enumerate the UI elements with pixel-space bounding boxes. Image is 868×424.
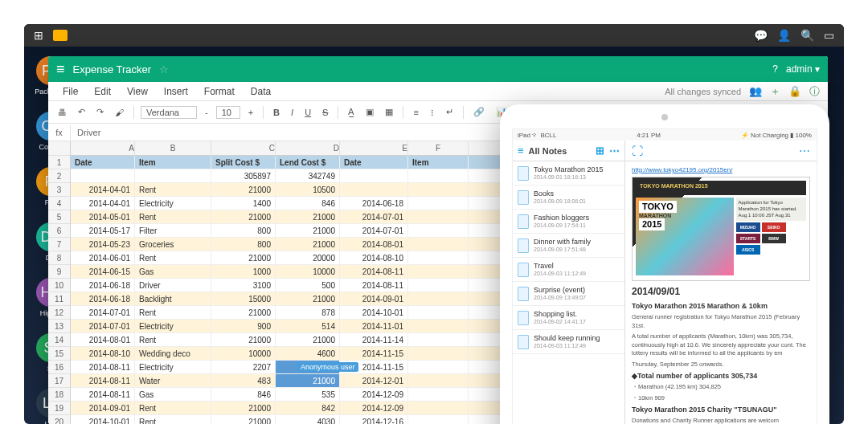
undo-icon[interactable]: ↶ (75, 105, 88, 119)
window-title: Expense Tracker (73, 63, 152, 75)
col-header[interactable]: C (211, 141, 276, 155)
tablet-statusbar: iPad ᯤ BCLL 4:21 PM ⚡ Not Charging ▮ 100… (513, 129, 817, 141)
note-item[interactable]: Tokyo Marathon 20152014-09-01 18:16:13 (513, 161, 624, 186)
tablet-mockup: iPad ᯤ BCLL 4:21 PM ⚡ Not Charging ▮ 100… (500, 104, 829, 424)
note-item[interactable]: Should keep running2014-09-03 11:12:49 (513, 330, 624, 354)
share-icon[interactable]: 👥 (749, 85, 762, 97)
note-item[interactable]: Travel2014-09-03 11:12:49 (513, 258, 624, 282)
note-doc-icon (518, 287, 529, 301)
menu-file[interactable]: File (56, 84, 84, 99)
note-item[interactable]: Books2014-09-09 18:06:01 (513, 186, 624, 210)
desktop-scene: ⊞ 💬 👤 🔍 ▭ PaPackagesCoControlFiFileDSDSH… (24, 24, 844, 424)
note-doc-icon (518, 214, 529, 229)
col-header[interactable]: F (408, 141, 469, 155)
borders-icon[interactable]: ▦ (382, 105, 396, 119)
underline-icon[interactable]: U (301, 106, 314, 119)
source-link[interactable]: http://www.tokyo42195.org/2015en/ (632, 166, 732, 173)
fx-label: fx (48, 125, 71, 140)
col-header[interactable]: D (276, 141, 340, 155)
tablet-camera (661, 114, 668, 120)
font-select[interactable]: Verdana (141, 106, 197, 119)
link-icon[interactable]: 🔗 (470, 105, 488, 119)
note-doc-icon (518, 238, 529, 253)
more-icon[interactable]: ⋯ (609, 145, 620, 157)
menu-data[interactable]: Data (244, 84, 277, 99)
chat-icon[interactable]: 💬 (754, 29, 768, 42)
wrap-icon[interactable]: ↵ (443, 105, 457, 119)
more-icon[interactable]: ⋯ (799, 145, 810, 157)
note-doc-icon (518, 311, 529, 325)
info-icon[interactable]: ⓘ (809, 84, 820, 99)
note-doc-icon (518, 263, 529, 277)
notes-panel: ≡ All Notes ⊞ ⋯ Tokyo Marathon 20152014-… (513, 141, 625, 424)
strike-icon[interactable]: S (319, 106, 331, 119)
titlebar: ≡ Expense Tracker ☆ ? admin ▾ (48, 56, 828, 82)
note-item[interactable]: Dinner with family2014-09-09 17:51:48 (513, 234, 624, 258)
col-header[interactable]: A (71, 141, 135, 155)
note-detail: ⛶ ⋯ http://www.tokyo42195.org/2015en/ TO… (625, 141, 817, 424)
menubar: FileEditViewInsertFormatData All changes… (48, 82, 828, 101)
sync-status: All changes synced (665, 87, 741, 96)
apps-icon[interactable]: ⊞ (34, 29, 43, 42)
note-item[interactable]: Fashion bloggers2014-09-09 17:54:11 (513, 210, 624, 234)
marathon-banner: TOKYO MARATHON 2015 TOKYO MARATHON 2015 … (632, 177, 810, 281)
person-add-icon[interactable]: 👤 (777, 29, 791, 42)
help-icon[interactable]: ? (772, 63, 778, 75)
note-doc-icon (518, 166, 529, 181)
menu-insert[interactable]: Insert (158, 84, 194, 99)
taskbar: ⊞ 💬 👤 🔍 ▭ (24, 24, 844, 47)
id-card-icon[interactable]: ▭ (824, 29, 834, 42)
notes-title: All Notes (529, 146, 567, 156)
italic-icon[interactable]: I (288, 106, 297, 119)
menu-edit[interactable]: Edit (88, 84, 117, 99)
folder-icon[interactable] (53, 30, 68, 41)
anon-user-tag: Anonymous user (297, 362, 358, 372)
col-header[interactable]: E (340, 141, 408, 155)
search-icon[interactable]: 🔍 (800, 29, 814, 42)
menu-format[interactable]: Format (198, 84, 241, 99)
align-v-icon[interactable]: ⫶ (427, 106, 438, 119)
note-doc-icon (518, 335, 529, 349)
note-item[interactable]: Surprise (event)2014-09-09 13:49:07 (513, 282, 624, 306)
user-menu[interactable]: admin ▾ (786, 63, 820, 75)
sponsor-logo: STARTS (736, 234, 760, 243)
note-date: 2014/09/01 (632, 286, 810, 297)
hamburger-icon[interactable]: ≡ (56, 61, 65, 78)
paint-icon[interactable]: 🖌 (112, 106, 127, 119)
redo-icon[interactable]: ↷ (93, 105, 107, 119)
star-icon[interactable]: ☆ (159, 63, 169, 75)
sponsor-logo: BMW (762, 234, 786, 243)
sponsor-logo: ASICS (736, 245, 760, 255)
font-size[interactable]: 10 (216, 106, 240, 119)
menu-view[interactable]: View (121, 84, 154, 99)
col-header[interactable]: B (135, 141, 211, 155)
lock-icon[interactable]: 🔒 (788, 85, 801, 97)
note-item[interactable]: Shopping list.2014-09-02 14:41:17 (513, 306, 624, 330)
menu-icon[interactable]: ≡ (518, 145, 524, 157)
grid-view-icon[interactable]: ⊞ (596, 145, 604, 157)
fill-color-icon[interactable]: ▣ (362, 105, 377, 119)
align-left-icon[interactable]: ≡ (410, 106, 421, 119)
expand-icon[interactable]: ⛶ (632, 145, 643, 157)
text-color-icon[interactable]: A̲ (345, 105, 358, 119)
note-doc-icon (518, 190, 529, 205)
add-user-icon[interactable]: ＋ (770, 84, 780, 99)
sponsor-logo: MIZUHO (736, 222, 760, 232)
sponsor-logo: SEIKO (762, 222, 786, 232)
bold-icon[interactable]: B (270, 106, 283, 119)
print-icon[interactable]: 🖶 (55, 106, 70, 119)
